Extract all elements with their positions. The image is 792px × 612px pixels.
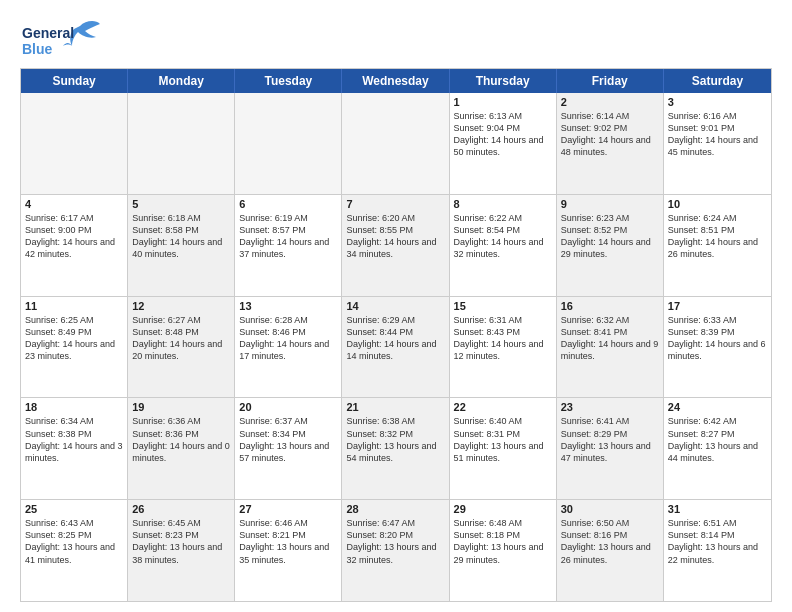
day-cell-28: 28Sunrise: 6:47 AM Sunset: 8:20 PM Dayli… (342, 500, 449, 601)
day-number: 21 (346, 401, 444, 413)
day-info: Sunrise: 6:46 AM Sunset: 8:21 PM Dayligh… (239, 517, 337, 566)
day-cell-23: 23Sunrise: 6:41 AM Sunset: 8:29 PM Dayli… (557, 398, 664, 499)
day-number: 26 (132, 503, 230, 515)
day-info: Sunrise: 6:24 AM Sunset: 8:51 PM Dayligh… (668, 212, 767, 261)
day-number: 9 (561, 198, 659, 210)
day-info: Sunrise: 6:48 AM Sunset: 8:18 PM Dayligh… (454, 517, 552, 566)
day-info: Sunrise: 6:14 AM Sunset: 9:02 PM Dayligh… (561, 110, 659, 159)
day-cell-31: 31Sunrise: 6:51 AM Sunset: 8:14 PM Dayli… (664, 500, 771, 601)
day-cell-12: 12Sunrise: 6:27 AM Sunset: 8:48 PM Dayli… (128, 297, 235, 398)
day-number: 24 (668, 401, 767, 413)
day-number: 8 (454, 198, 552, 210)
day-cell-6: 6Sunrise: 6:19 AM Sunset: 8:57 PM Daylig… (235, 195, 342, 296)
page-header: General Blue (20, 16, 772, 60)
day-cell-25: 25Sunrise: 6:43 AM Sunset: 8:25 PM Dayli… (21, 500, 128, 601)
day-cell-30: 30Sunrise: 6:50 AM Sunset: 8:16 PM Dayli… (557, 500, 664, 601)
day-number: 11 (25, 300, 123, 312)
day-cell-4: 4Sunrise: 6:17 AM Sunset: 9:00 PM Daylig… (21, 195, 128, 296)
day-info: Sunrise: 6:36 AM Sunset: 8:36 PM Dayligh… (132, 415, 230, 464)
day-cell-24: 24Sunrise: 6:42 AM Sunset: 8:27 PM Dayli… (664, 398, 771, 499)
day-info: Sunrise: 6:38 AM Sunset: 8:32 PM Dayligh… (346, 415, 444, 464)
day-cell-9: 9Sunrise: 6:23 AM Sunset: 8:52 PM Daylig… (557, 195, 664, 296)
day-cell-7: 7Sunrise: 6:20 AM Sunset: 8:55 PM Daylig… (342, 195, 449, 296)
day-info: Sunrise: 6:13 AM Sunset: 9:04 PM Dayligh… (454, 110, 552, 159)
calendar-header: SundayMondayTuesdayWednesdayThursdayFrid… (21, 69, 771, 93)
day-number: 27 (239, 503, 337, 515)
day-header-wednesday: Wednesday (342, 69, 449, 93)
day-info: Sunrise: 6:27 AM Sunset: 8:48 PM Dayligh… (132, 314, 230, 363)
day-info: Sunrise: 6:33 AM Sunset: 8:39 PM Dayligh… (668, 314, 767, 363)
empty-cell-0-2 (235, 93, 342, 194)
day-cell-13: 13Sunrise: 6:28 AM Sunset: 8:46 PM Dayli… (235, 297, 342, 398)
day-info: Sunrise: 6:20 AM Sunset: 8:55 PM Dayligh… (346, 212, 444, 261)
calendar-body: 1Sunrise: 6:13 AM Sunset: 9:04 PM Daylig… (21, 93, 771, 601)
day-number: 22 (454, 401, 552, 413)
day-number: 14 (346, 300, 444, 312)
logo: General Blue (20, 16, 110, 60)
day-info: Sunrise: 6:19 AM Sunset: 8:57 PM Dayligh… (239, 212, 337, 261)
day-header-tuesday: Tuesday (235, 69, 342, 93)
day-number: 10 (668, 198, 767, 210)
day-cell-14: 14Sunrise: 6:29 AM Sunset: 8:44 PM Dayli… (342, 297, 449, 398)
day-info: Sunrise: 6:28 AM Sunset: 8:46 PM Dayligh… (239, 314, 337, 363)
day-info: Sunrise: 6:25 AM Sunset: 8:49 PM Dayligh… (25, 314, 123, 363)
day-number: 5 (132, 198, 230, 210)
day-cell-22: 22Sunrise: 6:40 AM Sunset: 8:31 PM Dayli… (450, 398, 557, 499)
day-number: 16 (561, 300, 659, 312)
day-number: 18 (25, 401, 123, 413)
day-info: Sunrise: 6:41 AM Sunset: 8:29 PM Dayligh… (561, 415, 659, 464)
day-cell-27: 27Sunrise: 6:46 AM Sunset: 8:21 PM Dayli… (235, 500, 342, 601)
day-info: Sunrise: 6:17 AM Sunset: 9:00 PM Dayligh… (25, 212, 123, 261)
day-number: 19 (132, 401, 230, 413)
day-info: Sunrise: 6:23 AM Sunset: 8:52 PM Dayligh… (561, 212, 659, 261)
day-number: 3 (668, 96, 767, 108)
day-header-sunday: Sunday (21, 69, 128, 93)
day-info: Sunrise: 6:51 AM Sunset: 8:14 PM Dayligh… (668, 517, 767, 566)
day-info: Sunrise: 6:34 AM Sunset: 8:38 PM Dayligh… (25, 415, 123, 464)
svg-text:Blue: Blue (22, 41, 53, 57)
calendar-row-4: 25Sunrise: 6:43 AM Sunset: 8:25 PM Dayli… (21, 499, 771, 601)
calendar: SundayMondayTuesdayWednesdayThursdayFrid… (20, 68, 772, 602)
day-number: 13 (239, 300, 337, 312)
day-number: 25 (25, 503, 123, 515)
day-number: 28 (346, 503, 444, 515)
day-cell-8: 8Sunrise: 6:22 AM Sunset: 8:54 PM Daylig… (450, 195, 557, 296)
day-cell-5: 5Sunrise: 6:18 AM Sunset: 8:58 PM Daylig… (128, 195, 235, 296)
day-header-thursday: Thursday (450, 69, 557, 93)
day-number: 1 (454, 96, 552, 108)
day-cell-17: 17Sunrise: 6:33 AM Sunset: 8:39 PM Dayli… (664, 297, 771, 398)
day-cell-19: 19Sunrise: 6:36 AM Sunset: 8:36 PM Dayli… (128, 398, 235, 499)
day-info: Sunrise: 6:18 AM Sunset: 8:58 PM Dayligh… (132, 212, 230, 261)
day-number: 17 (668, 300, 767, 312)
svg-text:General: General (22, 25, 74, 41)
day-info: Sunrise: 6:22 AM Sunset: 8:54 PM Dayligh… (454, 212, 552, 261)
day-number: 31 (668, 503, 767, 515)
day-info: Sunrise: 6:43 AM Sunset: 8:25 PM Dayligh… (25, 517, 123, 566)
day-cell-11: 11Sunrise: 6:25 AM Sunset: 8:49 PM Dayli… (21, 297, 128, 398)
day-cell-29: 29Sunrise: 6:48 AM Sunset: 8:18 PM Dayli… (450, 500, 557, 601)
day-cell-16: 16Sunrise: 6:32 AM Sunset: 8:41 PM Dayli… (557, 297, 664, 398)
day-cell-15: 15Sunrise: 6:31 AM Sunset: 8:43 PM Dayli… (450, 297, 557, 398)
day-cell-3: 3Sunrise: 6:16 AM Sunset: 9:01 PM Daylig… (664, 93, 771, 194)
calendar-row-2: 11Sunrise: 6:25 AM Sunset: 8:49 PM Dayli… (21, 296, 771, 398)
day-info: Sunrise: 6:47 AM Sunset: 8:20 PM Dayligh… (346, 517, 444, 566)
day-number: 15 (454, 300, 552, 312)
logo-icon: General Blue (20, 16, 110, 60)
day-cell-26: 26Sunrise: 6:45 AM Sunset: 8:23 PM Dayli… (128, 500, 235, 601)
day-info: Sunrise: 6:45 AM Sunset: 8:23 PM Dayligh… (132, 517, 230, 566)
day-cell-10: 10Sunrise: 6:24 AM Sunset: 8:51 PM Dayli… (664, 195, 771, 296)
calendar-row-3: 18Sunrise: 6:34 AM Sunset: 8:38 PM Dayli… (21, 397, 771, 499)
day-info: Sunrise: 6:37 AM Sunset: 8:34 PM Dayligh… (239, 415, 337, 464)
day-number: 30 (561, 503, 659, 515)
empty-cell-0-1 (128, 93, 235, 194)
day-cell-21: 21Sunrise: 6:38 AM Sunset: 8:32 PM Dayli… (342, 398, 449, 499)
day-info: Sunrise: 6:50 AM Sunset: 8:16 PM Dayligh… (561, 517, 659, 566)
day-number: 6 (239, 198, 337, 210)
empty-cell-0-3 (342, 93, 449, 194)
empty-cell-0-0 (21, 93, 128, 194)
day-header-monday: Monday (128, 69, 235, 93)
day-info: Sunrise: 6:29 AM Sunset: 8:44 PM Dayligh… (346, 314, 444, 363)
day-cell-20: 20Sunrise: 6:37 AM Sunset: 8:34 PM Dayli… (235, 398, 342, 499)
calendar-row-1: 4Sunrise: 6:17 AM Sunset: 9:00 PM Daylig… (21, 194, 771, 296)
day-number: 23 (561, 401, 659, 413)
